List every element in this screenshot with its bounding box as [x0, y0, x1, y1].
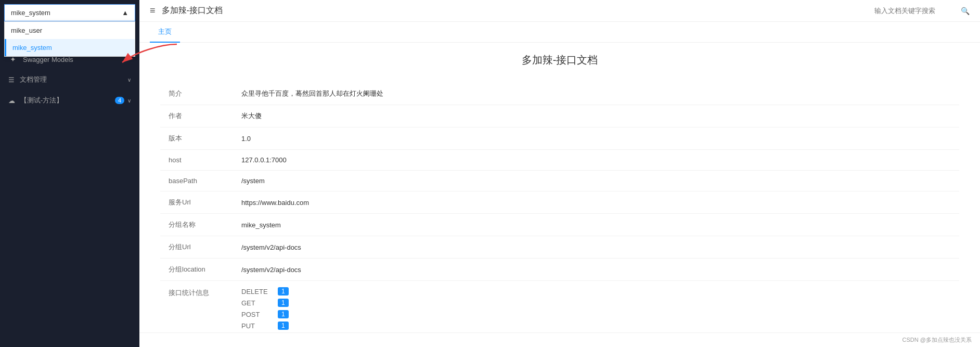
- search-area[interactable]: 🔍: [874, 7, 970, 15]
- dropdown-item-mike-system[interactable]: mike_system: [5, 39, 135, 56]
- row-label: 分组名称: [160, 214, 233, 236]
- dropdown-item-mike-user[interactable]: mike_user: [5, 22, 135, 39]
- footer: CSDN @多加点辣也没关系: [139, 332, 980, 347]
- content-area: 多加辣-接口文档 简介 众里寻他千百度，蓦然回首那人却在灯火阑珊处 作者 米大傻…: [139, 43, 980, 332]
- sidebar-item-test-method[interactable]: ☁ 【测试-方法】 4 ∨: [0, 90, 139, 111]
- sidebar-item-test-method-label: 【测试-方法】: [20, 96, 63, 105]
- footer-text: CSDN @多加点辣也没关系: [902, 337, 972, 343]
- method-badge: 1: [278, 310, 289, 318]
- row-label: 作者: [160, 105, 233, 127]
- row-value: /system/v2/api-docs: [233, 259, 959, 281]
- table-row-api-stats: 接口统计信息 DELETE 1 GET 1 POST 1 PUT 1: [160, 281, 959, 333]
- api-stats-label: 接口统计信息: [160, 281, 233, 333]
- row-value: 米大傻: [233, 105, 959, 127]
- method-row: POST 1: [241, 310, 951, 318]
- dropdown-button[interactable]: mike_system ▲: [4, 4, 135, 21]
- sidebar: mike_system ▲ mike_user mike_system ⊙ Au…: [0, 0, 139, 347]
- row-label: 服务Url: [160, 191, 233, 214]
- row-label: 分组Url: [160, 236, 233, 259]
- project-dropdown[interactable]: mike_system ▲ mike_user mike_system: [4, 4, 135, 21]
- search-input[interactable]: [874, 7, 958, 15]
- table-row: host 127.0.0.1:7000: [160, 150, 959, 171]
- table-row: 分组location /system/v2/api-docs: [160, 259, 959, 281]
- row-label: 分组location: [160, 259, 233, 281]
- row-value: /system/v2/api-docs: [233, 236, 959, 259]
- dropdown-menu: mike_user mike_system: [4, 21, 135, 57]
- method-badge: 1: [278, 322, 289, 330]
- api-stats-value: DELETE 1 GET 1 POST 1 PUT 1: [233, 281, 959, 333]
- page-title: 多加辣-接口文档: [162, 5, 223, 16]
- chevron-right-icon: ∨: [127, 98, 131, 104]
- method-label: DELETE: [241, 288, 273, 295]
- row-label: 版本: [160, 127, 233, 150]
- method-label: POST: [241, 311, 273, 318]
- doc-title: 多加辣-接口文档: [160, 53, 959, 67]
- info-table: 简介 众里寻他千百度，蓦然回首那人却在灯火阑珊处 作者 米大傻 版本 1.0 h…: [160, 83, 959, 332]
- row-value: 1.0: [233, 127, 959, 150]
- table-row: 版本 1.0: [160, 127, 959, 150]
- row-value: 众里寻他千百度，蓦然回首那人却在灯火阑珊处: [233, 83, 959, 105]
- sidebar-item-doc-manage-label: 文档管理: [20, 75, 47, 84]
- tab-bar: 主页: [139, 22, 980, 43]
- row-value: /system: [233, 171, 959, 191]
- row-label: basePath: [160, 171, 233, 191]
- method-badge: 1: [278, 299, 289, 307]
- method-row: PUT 1: [241, 322, 951, 330]
- test-method-badge: 4: [115, 97, 124, 104]
- sidebar-item-doc-manage[interactable]: ☰ 文档管理 ∨: [0, 69, 139, 90]
- method-row: DELETE 1: [241, 287, 951, 295]
- header: ≡ 多加辣-接口文档 🔍: [139, 0, 980, 22]
- dropdown-current-value: mike_system: [11, 9, 50, 17]
- search-icon[interactable]: 🔍: [961, 7, 970, 15]
- method-row: GET 1: [241, 299, 951, 307]
- table-row: basePath /system: [160, 171, 959, 191]
- table-row: 分组Url /system/v2/api-docs: [160, 236, 959, 259]
- row-label: host: [160, 150, 233, 171]
- row-value: https://www.baidu.com: [233, 191, 959, 214]
- method-label: PUT: [241, 322, 273, 330]
- tab-home[interactable]: 主页: [150, 22, 180, 43]
- method-label: GET: [241, 299, 273, 307]
- method-badge: 1: [278, 287, 289, 295]
- main-content: ≡ 多加辣-接口文档 🔍 主页 多加辣-接口文档 简介 众里寻他千百度，蓦然回首…: [139, 0, 980, 347]
- row-value: 127.0.0.1:7000: [233, 150, 959, 171]
- chevron-up-icon: ▲: [122, 9, 128, 17]
- table-row: 简介 众里寻他千百度，蓦然回首那人却在灯火阑珊处: [160, 83, 959, 105]
- chevron-down-icon: ∨: [127, 77, 131, 83]
- table-row: 服务Url https://www.baidu.com: [160, 191, 959, 214]
- row-value: mike_system: [233, 214, 959, 236]
- row-label: 简介: [160, 83, 233, 105]
- table-row: 作者 米大傻: [160, 105, 959, 127]
- hamburger-icon[interactable]: ≡: [150, 5, 156, 16]
- test-method-icon: ☁: [8, 97, 15, 105]
- doc-manage-icon: ☰: [8, 76, 15, 84]
- table-row: 分组名称 mike_system: [160, 214, 959, 236]
